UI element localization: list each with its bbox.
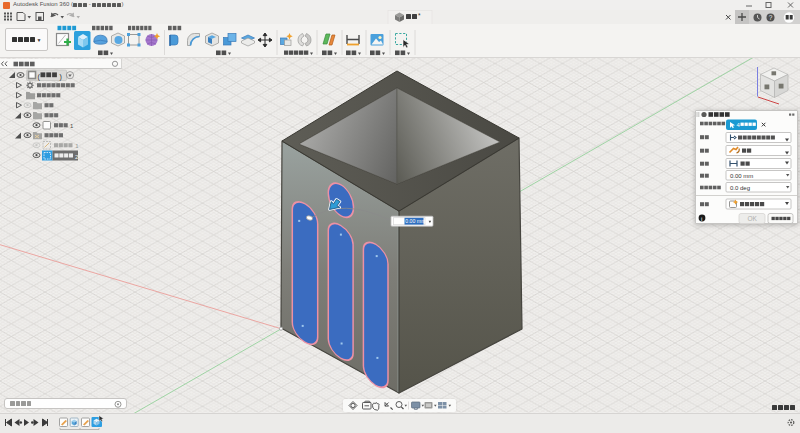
svg-text:OK: OK — [748, 215, 758, 222]
svg-text:0.00 mm: 0.00 mm — [405, 218, 425, 224]
svg-text:2: 2 — [75, 154, 79, 160]
svg-text:?: ? — [769, 14, 773, 21]
svg-text:0.00 mm: 0.00 mm — [730, 173, 753, 179]
svg-text:i: i — [701, 216, 702, 222]
svg-text:1: 1 — [75, 143, 79, 149]
svg-text:1: 1 — [70, 123, 74, 129]
svg-text:0.0 deg: 0.0 deg — [730, 185, 750, 191]
svg-text:): ) — [60, 73, 62, 81]
